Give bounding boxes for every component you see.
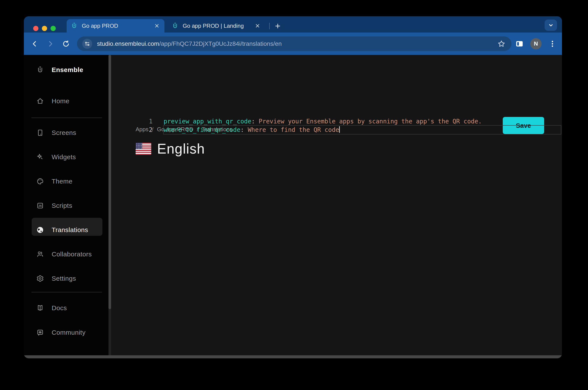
sidebar-scrollbar-thumb[interactable] [108, 55, 111, 309]
sidebar-scrollbar [108, 55, 111, 355]
yaml-key: preview_app_with_qr_code [164, 118, 251, 125]
yaml-colon: : [241, 126, 244, 133]
sidebar-item-label: Settings [52, 275, 76, 282]
sidebar-item-label: Collaborators [52, 250, 92, 258]
text-cursor [339, 126, 340, 133]
page-title: English [157, 141, 205, 157]
tab-go-app-prod-landing[interactable]: Go app PROD | Landing [167, 19, 265, 33]
bookmark-star-icon[interactable] [497, 39, 506, 49]
scripts-icon: JS [36, 202, 44, 209]
widgets-icon [36, 153, 44, 161]
sidebar-item-label: Community [52, 329, 86, 336]
app-main: Ensemble Home [24, 55, 562, 355]
tab-strip: Go app PROD Go app PROD | Landing [24, 16, 562, 33]
tab-close-icon[interactable] [153, 22, 161, 30]
sidebar-item-widgets[interactable]: Widgets [24, 150, 108, 164]
tab-title: Go app PROD | Landing [183, 23, 254, 29]
sidebar-item-translations[interactable]: Translations [24, 223, 108, 237]
url-domain: studio.ensembleui.com [97, 40, 159, 47]
tab-title: Go app PROD [82, 23, 153, 29]
yaml-value: Preview your Ensemble apps by scanning t… [255, 118, 482, 125]
sidebar-item-label: Theme [52, 178, 72, 185]
toolbar-right-cluster: N [514, 33, 558, 55]
tab-close-icon[interactable] [254, 22, 261, 30]
close-window-button[interactable] [33, 26, 38, 31]
tab-search-button[interactable] [545, 19, 557, 31]
screens-icon [36, 129, 44, 137]
line-number: 1 [111, 117, 152, 126]
tab-divider [269, 23, 270, 29]
yaml-colon: : [251, 118, 255, 125]
line-code[interactable]: preview_app_with_qr_code: Preview your E… [164, 117, 562, 126]
line-number: 2 [111, 126, 152, 134]
minimize-window-button[interactable] [42, 26, 47, 31]
browser-window: Go app PROD Go app PROD | Landing [24, 16, 562, 358]
window-bottom-edge [24, 355, 562, 358]
sidebar-item-label: Home [52, 98, 69, 105]
back-button[interactable] [29, 38, 40, 49]
line-code[interactable]: where_to_find_qr_code: Where to find the… [164, 126, 562, 134]
reload-button[interactable] [60, 38, 72, 49]
sidebar-divider [31, 292, 102, 292]
tab-go-app-prod[interactable]: Go app PROD [67, 19, 164, 33]
yaml-editor[interactable]: 1 preview_app_with_qr_code: Preview your… [111, 117, 562, 134]
sidebar-item-community[interactable]: Community [24, 326, 108, 340]
sidebar-item-label: Docs [52, 304, 67, 312]
browser-menu-icon[interactable] [547, 39, 558, 49]
ensemble-logo-icon [36, 66, 44, 74]
ensemble-logo-label: Ensemble [52, 66, 83, 74]
sidebar-item-collaborators[interactable]: Collaborators [24, 247, 108, 261]
home-icon [36, 97, 44, 105]
theme-icon [36, 177, 44, 185]
sidebar-item-settings[interactable]: Settings [24, 272, 108, 286]
side-panel-icon[interactable] [514, 39, 525, 49]
sidebar-item-home[interactable]: Home [24, 94, 108, 108]
collaborators-icon [36, 250, 44, 258]
new-tab-button[interactable] [273, 21, 283, 31]
yaml-key: where_to_find_qr_code [164, 126, 241, 133]
sidebar-item-docs[interactable]: Docs [24, 301, 108, 315]
svg-text:JS: JS [38, 204, 42, 207]
url-text: studio.ensembleui.com/app/FhQC7J2DjXTg0U… [97, 40, 497, 47]
us-flag-icon [136, 143, 151, 155]
desktop: Go app PROD Go app PROD | Landing [0, 0, 588, 390]
ensemble-favicon-icon [171, 22, 179, 30]
settings-icon [36, 275, 44, 282]
sidebar-item-label: Widgets [52, 153, 76, 161]
profile-avatar[interactable]: N [530, 38, 541, 49]
fullscreen-window-button[interactable] [50, 26, 56, 31]
site-settings-icon[interactable] [82, 39, 92, 49]
app-sidebar: Ensemble Home [24, 55, 108, 355]
docs-icon [36, 304, 44, 312]
ensemble-favicon-icon [71, 22, 78, 30]
editor-line-1[interactable]: 1 preview_app_with_qr_code: Preview your… [111, 117, 562, 126]
sidebar-item-label: Screens [52, 129, 76, 137]
translations-page: Apps / Go app PROD / Translations Englis… [111, 55, 562, 355]
us-flag-canton [136, 143, 142, 149]
sidebar-item-label: Translations [52, 226, 88, 234]
url-path: /app/FhQC7J2DjXTg0UcJz84i/translations/e… [159, 40, 282, 47]
sidebar-item-label: Scripts [52, 202, 72, 209]
browser-toolbar: studio.ensembleui.com/app/FhQC7J2DjXTg0U… [24, 33, 562, 55]
community-icon [36, 329, 44, 337]
forward-button[interactable] [45, 38, 56, 49]
sidebar-divider [31, 118, 102, 118]
sidebar-item-theme[interactable]: Theme [24, 174, 108, 188]
ensemble-logo[interactable]: Ensemble [24, 63, 108, 77]
translations-icon [36, 226, 44, 234]
address-bar[interactable]: studio.ensembleui.com/app/FhQC7J2DjXTg0U… [77, 37, 511, 51]
yaml-value: Where to find the QR code [244, 126, 339, 133]
editor-line-2[interactable]: 2 where_to_find_qr_code: Where to find t… [111, 126, 562, 134]
sidebar-item-screens[interactable]: Screens [24, 126, 108, 140]
sidebar-item-scripts[interactable]: JS Scripts [24, 199, 108, 213]
